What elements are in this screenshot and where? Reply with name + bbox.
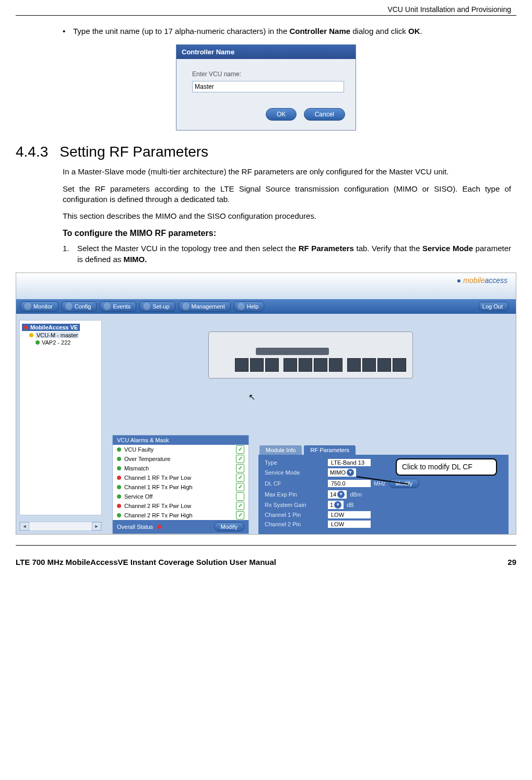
status-dot-icon: [117, 494, 121, 499]
nav-help[interactable]: Help: [234, 301, 265, 312]
logo: ● mobileaccess: [457, 276, 507, 285]
chevron-down-icon: ▼: [337, 491, 345, 498]
text-bold: Service Mode: [422, 244, 473, 253]
logo-text: access: [484, 276, 507, 285]
text-bold: MIMO.: [123, 255, 147, 264]
paragraph: In a Master-Slave mode (multi-tier archi…: [63, 167, 511, 177]
modify-button[interactable]: Modify: [214, 522, 244, 531]
label: Channel 2 Pin: [265, 521, 325, 527]
dialog-label: Enter VCU name:: [192, 70, 345, 78]
callout-box: Click to modify DL CF: [396, 458, 497, 476]
topology-tree[interactable]: MobileAccess VE VCU-M - master VAP2 - 22…: [19, 320, 102, 515]
alarm-checkbox[interactable]: ✓: [236, 455, 244, 463]
text: dialog and click: [350, 27, 408, 36]
footer: LTE 700 MHz MobileAccessVE Instant Cover…: [16, 556, 516, 566]
scroll-right-icon[interactable]: ►: [92, 522, 101, 530]
label: Channel 1 Pin: [265, 512, 325, 518]
sidebar: MobileAccess VE VCU-M - master VAP2 - 22…: [16, 314, 105, 534]
alarm-name: Channel 1 RF Tx Pwr High: [124, 484, 233, 490]
nav-setup[interactable]: Set-up: [139, 301, 175, 312]
alarm-row: Channel 2 RF Tx Pwr High✓: [113, 511, 249, 520]
overall-label: Overall Status: [117, 524, 153, 530]
label: Service Mode: [265, 469, 325, 476]
tree-root[interactable]: MobileAccess VE: [22, 324, 80, 331]
field-dl-cf[interactable]: 750.0: [328, 480, 371, 487]
monitor-icon: [24, 303, 31, 310]
status-dot-icon: [36, 340, 40, 345]
scroll-left-icon[interactable]: ◄: [20, 522, 29, 530]
text-bold: OK: [408, 27, 420, 36]
bullet-item: • Type the unit name (up to 17 alpha-num…: [63, 26, 511, 37]
events-icon: [103, 303, 111, 310]
text-bold: RF Parameters: [299, 244, 354, 253]
status-dot-icon: [29, 333, 33, 337]
status-dot-icon: [117, 476, 121, 480]
device-rack-image: [208, 332, 413, 379]
text: .: [420, 27, 422, 36]
status-dot-icon: [117, 447, 121, 452]
tree-node-vcu[interactable]: VCU-M - master: [22, 332, 99, 338]
label: DL CF: [265, 480, 325, 487]
alarm-checkbox[interactable]: ✓: [236, 492, 244, 501]
scrollbar[interactable]: ◄ ►: [19, 522, 102, 531]
status-dot-icon: [117, 457, 121, 461]
tab-rf-parameters[interactable]: RF Parameters: [304, 445, 356, 455]
alarm-name: Over Temperature: [124, 456, 233, 462]
alarm-checkbox[interactable]: ✓: [236, 464, 244, 472]
alarm-checkbox[interactable]: ✓: [236, 445, 244, 454]
label: Rx System Gain: [265, 502, 325, 508]
vcu-name-input[interactable]: [192, 81, 344, 92]
sub-heading: To configure the MIMO RF parameters:: [63, 229, 511, 238]
section-title: Setting RF Parameters: [60, 144, 208, 160]
text: Type the unit name (up to 17 alpha-numer…: [73, 27, 289, 36]
field-ch2-pin: LOW: [328, 521, 371, 528]
nav-bar: Monitor Config Events Set-up Management …: [16, 299, 516, 314]
config-icon: [65, 303, 73, 310]
logout-button[interactable]: Log Out: [479, 302, 509, 311]
ok-button[interactable]: OK: [266, 108, 297, 121]
unit: dBm: [350, 491, 362, 498]
alarm-name: Mismatch: [124, 465, 233, 471]
footer-rule: [16, 545, 516, 546]
alarm-checkbox[interactable]: ✓: [236, 483, 244, 491]
alarm-checkbox[interactable]: ✓: [236, 511, 244, 519]
alarm-checkbox[interactable]: ✓: [236, 474, 244, 482]
step-num: 1.: [63, 243, 77, 265]
setup-icon: [143, 303, 150, 310]
alarms-title: VCU Alarms & Mask: [113, 435, 249, 445]
field-type: LTE-Band 13: [328, 459, 371, 466]
field-ch1-pin: LOW: [328, 511, 371, 518]
header-rule: [16, 15, 516, 16]
service-mode-select[interactable]: MIMO▼: [328, 468, 356, 477]
max-exp-pin-select[interactable]: 14▼: [328, 490, 347, 499]
status-dot-icon: [117, 504, 121, 508]
chevron-down-icon: ▼: [347, 469, 354, 476]
management-icon: [182, 303, 190, 310]
alarms-panel: VCU Alarms & Mask VCU Faulty✓Over Temper…: [112, 435, 249, 534]
alarm-row: VCU Faulty✓: [113, 445, 249, 454]
nav-events[interactable]: Events: [100, 301, 136, 312]
alarm-row: Channel 1 RF Tx Pwr Low✓: [113, 473, 249, 482]
label: Max Exp Pin: [265, 491, 325, 498]
tree-node-vap[interactable]: VAP2 - 222: [22, 339, 99, 346]
cursor-icon: ↖: [249, 392, 255, 402]
footer-page: 29: [507, 558, 516, 566]
nav-monitor[interactable]: Monitor: [20, 301, 58, 312]
section-number: 4.4.3: [16, 144, 48, 160]
alarm-name: VCU Faulty: [124, 446, 233, 453]
app-screenshot: ● mobileaccess Monitor Config Events Set…: [16, 273, 516, 535]
alarm-row: Service Off✓: [113, 492, 249, 501]
cancel-button[interactable]: Cancel: [304, 108, 345, 121]
tab-module-info[interactable]: Module Info: [259, 445, 302, 455]
alarm-row: Channel 1 RF Tx Pwr High✓: [113, 482, 249, 492]
unit: dB: [347, 502, 353, 508]
nav-config[interactable]: Config: [62, 301, 97, 312]
paragraph: This section describes the MIMO and the …: [63, 211, 511, 221]
nav-management[interactable]: Management: [179, 301, 231, 312]
rx-gain-select[interactable]: 1▼: [328, 501, 344, 509]
alarm-checkbox[interactable]: ✓: [236, 502, 244, 510]
alarm-name: Channel 2 RF Tx Pwr High: [124, 512, 233, 518]
status-dot-icon: [117, 485, 121, 489]
footer-manual: LTE 700 MHz MobileAccessVE Instant Cover…: [16, 558, 507, 566]
text-bold: Controller Name: [289, 27, 350, 36]
